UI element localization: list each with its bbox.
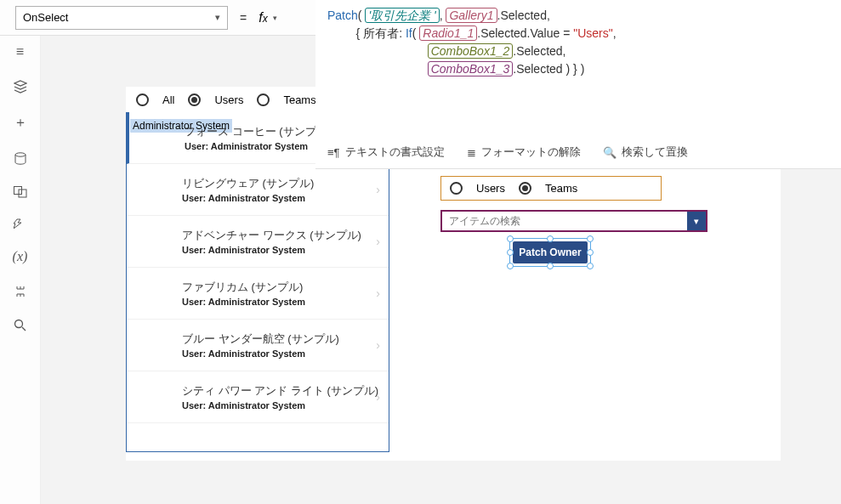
item-title: アドベンチャー ワークス (サンプル) [182,228,382,243]
chevron-right-icon: › [376,286,380,300]
plus-icon[interactable]: ＋ [14,114,27,132]
item-title: ファブリカム (サンプル) [182,280,382,295]
formula-text[interactable]: Patch( '取引先企業 ', Gallery1.Selected, { 所有… [327,7,829,78]
radio-group-1[interactable]: All Users Teams [136,93,316,106]
gallery-item[interactable]: シティ パワー アンド ライト (サンプル)User: Administrato… [127,371,389,423]
item-subtitle: User: Administrator System [182,245,382,255]
svg-rect-2 [19,190,26,197]
radio-group-2[interactable]: Users Teams [440,176,662,201]
format-icon: ≡¶ [327,146,340,159]
layers-icon[interactable] [14,80,27,93]
data-icon[interactable] [14,152,26,166]
chevron-right-icon: › [376,338,380,352]
menu-icon[interactable]: ≡ [16,44,24,59]
svg-rect-1 [14,187,21,195]
item-subtitle: User: Administrator System [182,348,382,359]
fx-icon: fx [259,10,267,25]
item-title: ブルー ヤンダー航空 (サンプル) [182,331,382,347]
radio2-teams[interactable] [519,182,531,195]
combobox[interactable]: ▾ [440,210,707,232]
item-subtitle: User: Administrator System [182,400,382,411]
svg-point-0 [15,153,26,156]
chevron-down-icon[interactable]: ▾ [687,212,706,230]
radio2-users[interactable] [450,182,463,195]
left-rail: ≡ ＋ (x) [0,36,41,504]
chevron-right-icon: › [376,183,380,196]
variables-icon[interactable]: (x) [13,249,28,264]
item-title: シティ パワー アンド ライト (サンプル) [182,383,382,399]
item-title: リビングウェア (サンプル) [182,176,382,191]
radio-users[interactable] [188,93,201,106]
media-icon[interactable] [14,186,27,198]
search-icon[interactable] [14,319,26,331]
chevron-right-icon: › [376,235,380,248]
equals-sign: = [240,11,247,25]
patch-owner-button[interactable]: Patch Owner [513,241,588,263]
gallery-item[interactable]: ファブリカム (サンプル)User: Administrator System› [127,268,389,320]
gallery-item[interactable]: アドベンチャー ワークス (サンプル)User: Administrator S… [127,216,389,268]
item-subtitle: User: Administrator System [182,297,382,307]
gallery-item[interactable]: ブルー ヤンダー航空 (サンプル)User: Administrator Sys… [127,320,389,371]
format-text-button[interactable]: ≡¶テキストの書式設定 [327,144,445,160]
radio-teams[interactable] [257,93,270,106]
unformat-icon: ≣ [467,146,476,159]
chevron-right-icon: › [376,390,380,404]
item-subtitle: User: Administrator System [182,193,382,203]
radio-all[interactable] [136,93,149,106]
chevron-down-icon: ▾ [215,12,220,23]
property-selector-label: OnSelect [23,11,68,24]
remove-format-button[interactable]: ≣フォーマットの解除 [467,144,581,160]
chevron-down-icon[interactable]: ▾ [273,14,277,22]
tools-icon[interactable] [14,285,26,298]
gallery-item[interactable]: リビングウェア (サンプル)User: Administrator System… [127,164,389,216]
formula-bar[interactable]: Patch( '取引先企業 ', Gallery1.Selected, { 所有… [315,0,841,169]
flows-icon[interactable] [14,218,27,229]
property-selector[interactable]: OnSelect ▾ [15,6,228,30]
search-icon: 🔍 [603,146,617,159]
find-replace-button[interactable]: 🔍検索して置換 [603,144,688,160]
combobox-input[interactable] [442,215,687,227]
formula-toolbar: ≡¶テキストの書式設定 ≣フォーマットの解除 🔍検索して置換 [327,138,829,163]
svg-point-3 [15,320,23,328]
